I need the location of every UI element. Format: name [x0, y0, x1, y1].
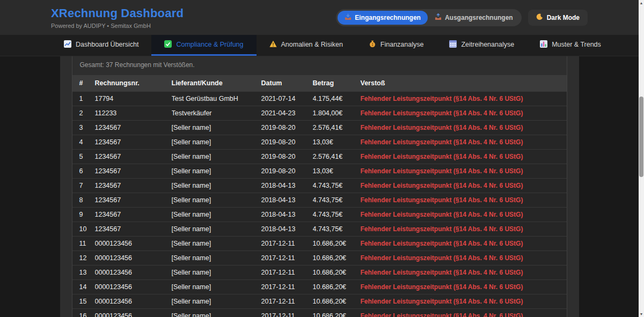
- tab-label: Muster & Trends: [552, 41, 601, 48]
- violations-table-header: # Rechnungsnr. Lieferant/Kunde Datum Bet…: [72, 75, 567, 91]
- header-actions: Eingangsrechnungen Ausgangsrechnungen Da…: [336, 9, 588, 26]
- cell-date: 2021-07-14: [261, 91, 313, 106]
- table-row: 16 0000123456 [Seller name] 2017-12-11 1…: [72, 308, 567, 317]
- cell-amount: 4.175,44€: [313, 91, 361, 106]
- table-row: 11 0000123456 [Seller name] 2017-12-11 1…: [72, 236, 567, 250]
- tab-compliance-pruefung[interactable]: Compliance & Prüfung: [151, 35, 256, 56]
- cell-amount: 1.804,00€: [313, 106, 361, 120]
- cell-date: 2018-04-13: [261, 178, 313, 193]
- cell-amount: 10.686,20€: [313, 236, 361, 250]
- dark-mode-label: Dark Mode: [547, 14, 580, 21]
- cell-supplier: [Seller name]: [172, 178, 261, 193]
- cell-invoice-number: 1234567: [95, 164, 172, 178]
- cell-violation: Fehlender Leistungszeitpunkt (§14 Abs. 4…: [361, 120, 567, 135]
- violations-card: Gesamt: 37 Rechnungen mit Verstößen. # R…: [72, 56, 567, 317]
- tab-label: Compliance & Prüfung: [176, 41, 243, 48]
- outgoing-invoices-button[interactable]: Ausgangsrechnungen: [428, 11, 520, 25]
- cell-supplier: [Seller name]: [172, 250, 261, 265]
- cell-invoice-number: 112233: [95, 106, 172, 120]
- cell-violation: Fehlender Leistungszeitpunkt (§14 Abs. 4…: [361, 279, 567, 294]
- cell-row-number: 8: [72, 193, 95, 207]
- cell-violation: Fehlender Leistungszeitpunkt (§14 Abs. 4…: [361, 149, 567, 164]
- cell-date: 2017-12-11: [261, 250, 313, 265]
- cell-supplier: [Seller name]: [172, 120, 261, 135]
- page-subtitle: Powered by AUDIPY • Semitax GmbH: [51, 23, 184, 29]
- cell-invoice-number: 0000123456: [95, 250, 172, 265]
- incoming-invoices-button[interactable]: Eingangsrechnungen: [338, 11, 428, 25]
- cell-violation: Fehlender Leistungszeitpunkt (§14 Abs. 4…: [361, 135, 567, 149]
- cell-row-number: 6: [72, 164, 95, 178]
- vertical-scrollbar[interactable]: ▲ ▼: [639, 0, 644, 317]
- table-row: 5 1234567 [Seller name] 2019-08-20 2.576…: [72, 149, 567, 164]
- cell-invoice-number: 0000123456: [95, 294, 172, 308]
- cell-amount: 4.743,75€: [313, 222, 361, 236]
- cell-row-number: 10: [72, 222, 95, 236]
- violations-summary: Gesamt: 37 Rechnungen mit Verstößen.: [72, 56, 567, 75]
- cell-invoice-number: 0000123456: [95, 236, 172, 250]
- cell-row-number: 14: [72, 279, 95, 294]
- table-row: 2 112233 Testverkäufer 2021-04-23 1.804,…: [72, 106, 567, 120]
- tab-label: Anomalien & Risiken: [281, 41, 343, 48]
- cell-supplier: Test Gerüstbau GmbH: [172, 91, 261, 106]
- cell-date: 2017-12-11: [261, 265, 313, 279]
- page-title: XRechnung Dashboard: [51, 6, 184, 20]
- cell-amount: 10.686,20€: [313, 308, 361, 317]
- cell-row-number: 3: [72, 120, 95, 135]
- table-row: 1 17794 Test Gerüstbau GmbH 2021-07-14 4…: [72, 91, 567, 106]
- cell-supplier: [Seller name]: [172, 193, 261, 207]
- cell-row-number: 15: [72, 294, 95, 308]
- cell-amount: 2.576,41€: [313, 120, 361, 135]
- main-content: Gesamt: 37 Rechnungen mit Verstößen. # R…: [0, 56, 639, 317]
- brand-block: XRechnung Dashboard Powered by AUDIPY • …: [51, 6, 184, 29]
- app-header: XRechnung Dashboard Powered by AUDIPY • …: [0, 0, 639, 35]
- table-row: 8 1234567 [Seller name] 2018-04-13 4.743…: [72, 193, 567, 207]
- cell-invoice-number: 1234567: [95, 222, 172, 236]
- cell-supplier: Testverkäufer: [172, 106, 261, 120]
- compliance-panel: Gesamt: 37 Rechnungen mit Verstößen. # R…: [60, 56, 579, 317]
- cell-date: 2019-08-20: [261, 149, 313, 164]
- cell-amount: 10.686,20€: [313, 265, 361, 279]
- table-row: 9 1234567 [Seller name] 2018-04-13 4.743…: [72, 207, 567, 222]
- table-row: 13 0000123456 [Seller name] 2017-12-11 1…: [72, 265, 567, 279]
- cell-amount: 13,03€: [313, 135, 361, 149]
- table-row: 15 0000123456 [Seller name] 2017-12-11 1…: [72, 294, 567, 308]
- cell-violation: Fehlender Leistungszeitpunkt (§14 Abs. 4…: [361, 294, 567, 308]
- col-header-violation: Verstoß: [361, 75, 567, 91]
- cell-date: 2018-04-13: [261, 222, 313, 236]
- cell-amount: 4.743,75€: [313, 207, 361, 222]
- dark-mode-button[interactable]: Dark Mode: [528, 10, 588, 26]
- tab-muster-trends[interactable]: Muster & Trends: [527, 35, 614, 56]
- tab-label: Zeitreihenanalyse: [461, 41, 514, 48]
- cell-date: 2019-08-20: [261, 135, 313, 149]
- cell-invoice-number: 17794: [95, 91, 172, 106]
- cell-invoice-number: 0000123456: [95, 265, 172, 279]
- cell-row-number: 16: [72, 308, 95, 317]
- tab-label: Finanzanalyse: [380, 41, 424, 48]
- cell-violation: Fehlender Leistungszeitpunkt (§14 Abs. 4…: [361, 222, 567, 236]
- violations-table: # Rechnungsnr. Lieferant/Kunde Datum Bet…: [72, 75, 567, 317]
- cell-invoice-number: 1234567: [95, 178, 172, 193]
- cell-invoice-number: 1234567: [95, 120, 172, 135]
- cell-violation: Fehlender Leistungszeitpunkt (§14 Abs. 4…: [361, 308, 567, 317]
- tab-finanzanalyse[interactable]: Finanzanalyse: [356, 35, 437, 56]
- warning-icon: [269, 40, 277, 49]
- money-bag-icon: [369, 40, 376, 49]
- col-header-date: Datum: [261, 75, 313, 91]
- tab-dashboard-uebersicht[interactable]: Dashboard Übersicht: [51, 35, 151, 56]
- cell-row-number: 13: [72, 265, 95, 279]
- scrollbar-thumb[interactable]: [639, 97, 643, 177]
- cell-supplier: [Seller name]: [172, 222, 261, 236]
- check-icon: [164, 40, 172, 49]
- table-row: 10 1234567 [Seller name] 2018-04-13 4.74…: [72, 222, 567, 236]
- cell-violation: Fehlender Leistungszeitpunkt (§14 Abs. 4…: [361, 106, 567, 120]
- tab-anomalien-risiken[interactable]: Anomalien & Risiken: [257, 35, 356, 56]
- scrollbar-up-arrow-icon[interactable]: ▲: [639, 1, 644, 5]
- scrollbar-down-arrow-icon[interactable]: ▼: [639, 312, 644, 316]
- table-row: 6 1234567 [Seller name] 2019-08-20 13,03…: [72, 164, 567, 178]
- cell-amount: 10.686,20€: [313, 279, 361, 294]
- cell-invoice-number: 0000123456: [95, 308, 172, 317]
- tab-zeitreihenanalyse[interactable]: Zeitreihenanalyse: [436, 35, 527, 56]
- cell-row-number: 9: [72, 207, 95, 222]
- table-row: 12 0000123456 [Seller name] 2017-12-11 1…: [72, 250, 567, 265]
- table-row: 14 0000123456 [Seller name] 2017-12-11 1…: [72, 279, 567, 294]
